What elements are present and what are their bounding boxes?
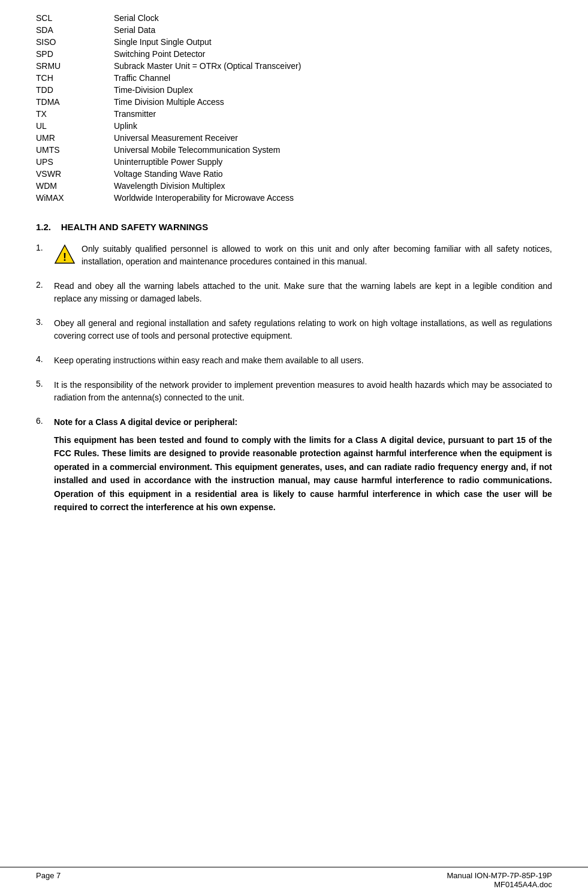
- abbrev-definition: Single Input Single Output: [114, 36, 552, 48]
- abbrev-code: WDM: [36, 180, 114, 192]
- abbrev-code: VSWR: [36, 168, 114, 180]
- section-heading: 1.2. HEALTH AND SAFETY WARNINGS: [36, 222, 552, 232]
- abbrev-row: SRMUSubrack Master Unit = OTRx (Optical …: [36, 60, 552, 72]
- abbrev-definition: Wavelength Division Multiplex: [114, 180, 552, 192]
- abbrev-row: UPSUninterruptible Power Supply: [36, 156, 552, 168]
- abbrev-definition: Time Division Multiple Access: [114, 96, 552, 108]
- abbrev-row: VSWRVoltage Standing Wave Ratio: [36, 168, 552, 180]
- abbrev-definition: Universal Mobile Telecommunication Syste…: [114, 144, 552, 156]
- abbrev-code: SRMU: [36, 60, 114, 72]
- abbrev-code: SCL: [36, 12, 114, 24]
- abbrev-definition: Time-Division Duplex: [114, 84, 552, 96]
- abbrev-row: WiMAXWorldwide Interoperability for Micr…: [36, 192, 552, 204]
- abbrev-row: TXTransmitter: [36, 108, 552, 120]
- item6-content: Note for a Class A digital device or per…: [54, 416, 552, 514]
- list-item-5: 5.It is the responsibility of the networ…: [36, 379, 552, 404]
- item6-body: This equipment has been tested and found…: [54, 433, 552, 514]
- list-item-4: 4.Keep operating instructions within eas…: [36, 354, 552, 367]
- abbrev-row: SISOSingle Input Single Output: [36, 36, 552, 48]
- abbrev-code: UPS: [36, 156, 114, 168]
- footer-manual-info: Manual ION-M7P-7P-85P-19P MF0145A4A.doc: [447, 871, 552, 889]
- abbrev-definition: Transmitter: [114, 108, 552, 120]
- abbrev-definition: Traffic Channel: [114, 72, 552, 84]
- item-number: 1.: [36, 243, 54, 252]
- footer-manual-line1: Manual ION-M7P-7P-85P-19P: [447, 871, 552, 880]
- item-content: !Only suitably qualified personnel is al…: [54, 243, 552, 268]
- abbrev-definition: Switching Point Detector: [114, 48, 552, 60]
- warning-icon: !: [54, 244, 76, 266]
- item-text: It is the responsibility of the network …: [54, 379, 552, 404]
- abbrev-code: TDD: [36, 84, 114, 96]
- footer-page-label: Page 7: [36, 871, 61, 889]
- abbrev-row: SCLSerial Clock: [36, 12, 552, 24]
- list-item-2: 2.Read and obey all the warning labels a…: [36, 280, 552, 305]
- abbrev-code: WiMAX: [36, 192, 114, 204]
- abbrev-row: TCHTraffic Channel: [36, 72, 552, 84]
- abbrev-definition: Universal Measurement Receiver: [114, 132, 552, 144]
- page-container: SCLSerial ClockSDASerial DataSISOSingle …: [0, 0, 588, 574]
- abbrev-row: TDDTime-Division Duplex: [36, 84, 552, 96]
- item-number: 5.: [36, 379, 54, 388]
- abbrev-definition: Serial Data: [114, 24, 552, 36]
- abbrev-code: SISO: [36, 36, 114, 48]
- numbered-list: 1.!Only suitably qualified personnel is …: [36, 243, 552, 404]
- abbrev-definition: Uplink: [114, 120, 552, 132]
- abbrev-code: TX: [36, 108, 114, 120]
- abbrev-definition: Subrack Master Unit = OTRx (Optical Tran…: [114, 60, 552, 72]
- item6-number: 6.: [36, 416, 54, 426]
- abbrev-row: TDMATime Division Multiple Access: [36, 96, 552, 108]
- item-text: Read and obey all the warning labels att…: [54, 280, 552, 305]
- abbrev-code: UMR: [36, 132, 114, 144]
- abbrev-definition: Serial Clock: [114, 12, 552, 24]
- abbrev-row: WDMWavelength Division Multiplex: [36, 180, 552, 192]
- abbrev-row: UMTSUniversal Mobile Telecommunication S…: [36, 144, 552, 156]
- abbrev-row: SPDSwitching Point Detector: [36, 48, 552, 60]
- abbreviations-table: SCLSerial ClockSDASerial DataSISOSingle …: [36, 12, 552, 204]
- abbrev-code: TCH: [36, 72, 114, 84]
- abbrev-row: SDASerial Data: [36, 24, 552, 36]
- abbrev-code: TDMA: [36, 96, 114, 108]
- abbrev-code: UMTS: [36, 144, 114, 156]
- item-number: 4.: [36, 354, 54, 364]
- list-item-1: 1.!Only suitably qualified personnel is …: [36, 243, 552, 268]
- footer-manual-line2: MF0145A4A.doc: [447, 880, 552, 889]
- list-item-3: 3.Obey all general and regional installa…: [36, 317, 552, 342]
- warning-container: !Only suitably qualified personnel is al…: [54, 243, 552, 268]
- item-6: 6. Note for a Class A digital device or …: [36, 416, 552, 514]
- item-text: Only suitably qualified personnel is all…: [82, 243, 552, 268]
- abbrev-code: SDA: [36, 24, 114, 36]
- abbrev-code: SPD: [36, 48, 114, 60]
- abbrev-row: ULUplink: [36, 120, 552, 132]
- item-text: Keep operating instructions within easy …: [54, 354, 552, 367]
- abbrev-definition: Voltage Standing Wave Ratio: [114, 168, 552, 180]
- item6-heading: Note for a Class A digital device or per…: [54, 416, 552, 429]
- item-number: 2.: [36, 280, 54, 290]
- abbrev-definition: Uninterruptible Power Supply: [114, 156, 552, 168]
- section-title: HEALTH AND SAFETY WARNINGS: [61, 222, 209, 232]
- abbrev-row: UMRUniversal Measurement Receiver: [36, 132, 552, 144]
- svg-text:!: !: [63, 251, 67, 263]
- item-text: Obey all general and regional installati…: [54, 317, 552, 342]
- item-number: 3.: [36, 317, 54, 327]
- section-number: 1.2.: [36, 222, 51, 232]
- page-footer: Page 7 Manual ION-M7P-7P-85P-19P MF0145A…: [0, 867, 588, 889]
- abbrev-code: UL: [36, 120, 114, 132]
- abbrev-definition: Worldwide Interoperability for Microwave…: [114, 192, 552, 204]
